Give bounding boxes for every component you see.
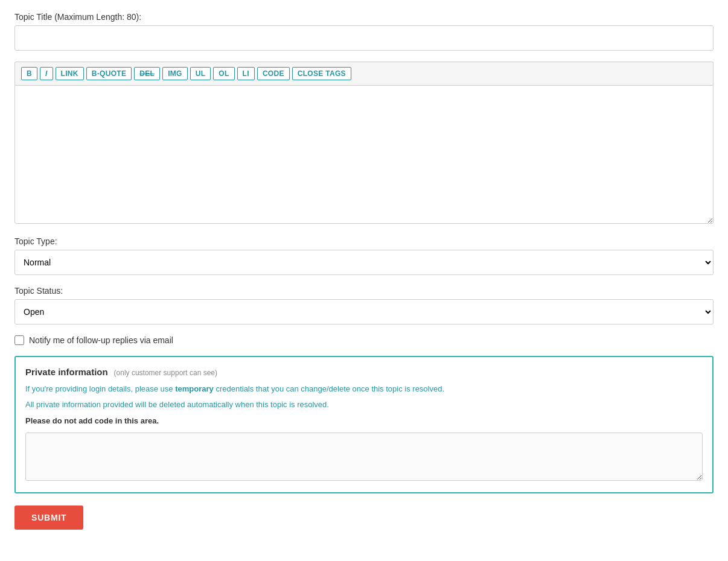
bold-btn[interactable]: B	[21, 67, 37, 80]
img-btn[interactable]: IMG	[162, 67, 188, 80]
private-info-subtitle: (only customer support can see)	[114, 369, 217, 377]
topic-title-section: Topic Title (Maximum Length: 80):	[14, 12, 714, 51]
topic-status-section: Topic Status: Open	[14, 286, 714, 325]
notify-checkbox[interactable]	[14, 335, 24, 345]
topic-title-label: Topic Title (Maximum Length: 80):	[14, 12, 714, 22]
private-info-line1-bold: temporary	[175, 384, 214, 393]
editor-toolbar: B i LINK B-QUOTE DEL IMG UL OL LI CODE C…	[14, 62, 714, 85]
ul-btn[interactable]: UL	[190, 67, 211, 80]
notify-label: Notify me of follow-up replies via email	[29, 335, 173, 345]
bquote-btn[interactable]: B-QUOTE	[86, 67, 132, 80]
private-info-title: Private information	[25, 367, 108, 377]
ol-btn[interactable]: OL	[213, 67, 234, 80]
submit-button[interactable]: SUBMIT	[14, 506, 83, 530]
topic-status-label: Topic Status:	[14, 286, 714, 296]
private-info-warning: Please do not add code in this area.	[25, 416, 703, 425]
private-info-box: Private information (only customer suppo…	[14, 356, 714, 493]
content-editor-section: B i LINK B-QUOTE DEL IMG UL OL LI CODE C…	[14, 62, 714, 226]
topic-type-select[interactable]: Normal	[14, 250, 714, 275]
topic-status-select[interactable]: Open	[14, 299, 714, 325]
del-btn[interactable]: DEL	[134, 67, 160, 80]
private-info-line1-suffix: credentials that you can change/delete o…	[214, 384, 444, 393]
private-info-title-row: Private information (only customer suppo…	[25, 367, 703, 377]
notify-row: Notify me of follow-up replies via email	[14, 335, 714, 345]
topic-type-section: Topic Type: Normal	[14, 236, 714, 275]
close-tags-btn[interactable]: CLOSE TAGS	[292, 67, 351, 80]
topic-type-label: Topic Type:	[14, 236, 714, 246]
private-info-line2: All private information provided will be…	[25, 399, 703, 411]
content-textarea[interactable]	[14, 85, 714, 224]
code-btn[interactable]: CODE	[257, 67, 290, 80]
private-info-line1-prefix: If you're providing login details, pleas…	[25, 384, 175, 393]
private-info-line1: If you're providing login details, pleas…	[25, 383, 703, 395]
li-btn[interactable]: LI	[237, 67, 255, 80]
italic-btn[interactable]: i	[40, 67, 53, 80]
link-btn[interactable]: LINK	[56, 67, 84, 80]
private-info-textarea[interactable]	[25, 433, 703, 481]
topic-title-input[interactable]	[14, 25, 714, 51]
